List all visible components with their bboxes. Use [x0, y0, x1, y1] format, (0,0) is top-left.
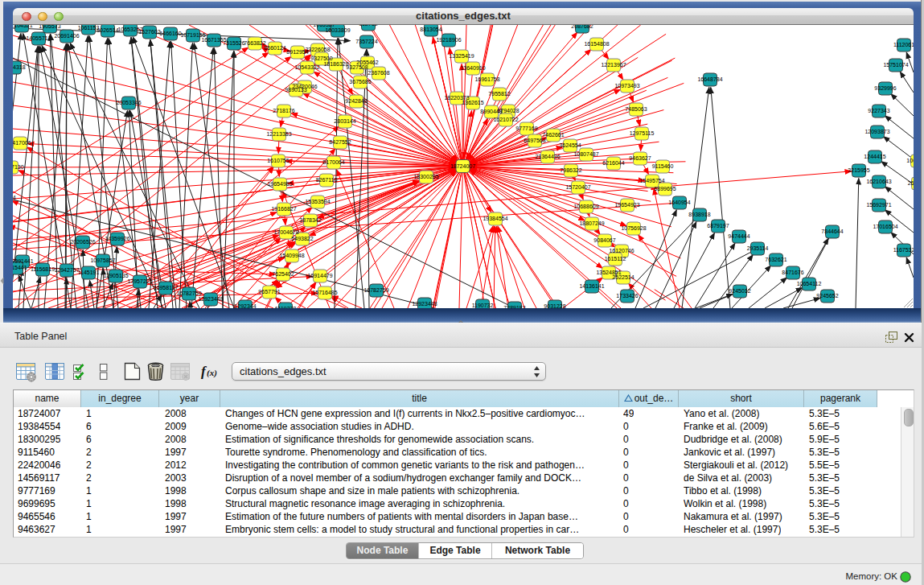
- svg-text:16914479: 16914479: [307, 273, 332, 278]
- svg-text:21364436: 21364436: [535, 154, 560, 159]
- svg-text:19654923: 19654923: [614, 202, 639, 208]
- svg-text:3915441: 3915441: [13, 265, 27, 270]
- svg-text:3624554: 3624554: [559, 142, 581, 148]
- svg-text:8170064: 8170064: [322, 159, 344, 165]
- svg-text:23226058: 23226058: [305, 47, 330, 52]
- svg-text:8660124: 8660124: [264, 45, 285, 51]
- svg-text:1244415: 1244415: [864, 154, 885, 159]
- svg-text:18300295: 18300295: [413, 174, 438, 179]
- svg-text:6879197: 6879197: [707, 223, 729, 229]
- svg-text:7986322: 7986322: [560, 167, 581, 173]
- svg-text:6119278: 6119278: [275, 306, 297, 308]
- svg-text:18186328: 18186328: [323, 61, 348, 67]
- svg-text:9329996: 9329996: [874, 85, 896, 91]
- svg-text:7357224: 7357224: [355, 39, 377, 44]
- svg-text:12905135: 12905135: [103, 273, 128, 278]
- svg-text:12975115: 12975115: [630, 130, 655, 136]
- svg-text:8471676: 8471676: [782, 270, 803, 275]
- svg-text:8938918: 8938918: [688, 212, 710, 217]
- svg-text:6466160: 6466160: [159, 31, 181, 36]
- svg-text:9084067: 9084067: [593, 237, 615, 243]
- svg-text:13267130: 13267130: [13, 164, 24, 170]
- svg-text:19218906: 19218906: [436, 37, 461, 43]
- svg-text:17004678: 17004678: [273, 229, 298, 235]
- svg-text:2087682: 2087682: [571, 25, 593, 29]
- svg-text:5493822: 5493822: [291, 236, 313, 241]
- svg-text:7844644: 7844644: [821, 229, 843, 234]
- svg-text:2641120: 2641120: [908, 180, 914, 186]
- svg-text:1190732: 1190732: [472, 303, 494, 308]
- svg-text:15692971: 15692971: [866, 202, 891, 208]
- svg-text:7663822: 7663822: [244, 40, 265, 46]
- svg-text:9242848: 9242848: [345, 98, 367, 104]
- svg-text:16958117: 16958117: [154, 285, 179, 290]
- svg-text:9391441: 9391441: [13, 258, 34, 264]
- svg-text:1527602: 1527602: [138, 29, 160, 35]
- svg-text:7462661: 7462661: [542, 132, 564, 138]
- svg-text:1362615: 1362615: [462, 100, 483, 105]
- svg-text:12093873: 12093873: [864, 129, 889, 134]
- svg-text:1610755: 1610755: [267, 158, 289, 163]
- svg-text:1905573: 1905573: [39, 25, 60, 29]
- svg-text:13640910: 13640910: [460, 65, 485, 71]
- svg-text:16210643: 16210643: [866, 179, 891, 184]
- svg-text:10973493: 10973493: [614, 83, 639, 89]
- svg-text:20691406: 20691406: [54, 33, 79, 39]
- svg-text:10756928: 10756928: [621, 225, 646, 231]
- svg-text:6497568: 6497568: [524, 138, 545, 143]
- svg-text:9474444: 9474444: [728, 233, 749, 239]
- svg-text:8267110: 8267110: [316, 177, 338, 183]
- svg-text:18220373: 18220373: [444, 95, 469, 101]
- svg-text:7485063: 7485063: [625, 106, 647, 112]
- svg-text:19384554: 19384554: [483, 216, 507, 221]
- svg-text:15495754: 15495754: [639, 178, 664, 183]
- svg-text:13325419: 13325419: [449, 53, 474, 59]
- svg-text:19166827: 19166827: [271, 206, 296, 212]
- svg-text:10807487: 10807487: [573, 151, 598, 157]
- svg-text:18724007: 18724007: [450, 163, 475, 169]
- svg-text:6216044: 6216044: [602, 160, 624, 166]
- svg-text:3878342: 3878342: [299, 217, 321, 223]
- svg-text:10654112: 10654112: [797, 281, 822, 286]
- svg-text:1615112: 1615112: [605, 256, 626, 262]
- svg-text:9657791: 9657791: [258, 289, 280, 295]
- svg-text:16210722: 16210722: [493, 117, 518, 122]
- svg-text:1292344: 1292344: [234, 303, 256, 308]
- svg-text:20053346: 20053346: [116, 100, 141, 105]
- svg-text:9245012: 9245012: [729, 288, 750, 294]
- svg-text:14359926: 14359926: [105, 236, 129, 241]
- svg-text:9026514: 9026514: [97, 27, 118, 33]
- svg-text:18807249: 18807249: [579, 220, 604, 226]
- svg-text:2935114: 2935114: [747, 245, 769, 251]
- svg-text:9327508: 9327508: [346, 64, 368, 70]
- svg-text:11156819: 11156819: [31, 266, 55, 272]
- svg-text:12923448: 12923448: [412, 301, 437, 307]
- svg-text:7632621: 7632621: [765, 257, 786, 262]
- svg-text:1640954: 1640954: [668, 200, 690, 205]
- svg-text:8535944: 8535944: [13, 195, 16, 200]
- svg-text:9463627: 9463627: [629, 155, 651, 161]
- svg-text:16648784: 16648784: [697, 76, 722, 82]
- svg-text:2104521: 2104521: [13, 25, 33, 28]
- svg-text:7625402: 7625402: [272, 271, 294, 277]
- svg-text:1112061: 1112061: [893, 42, 914, 47]
- svg-text:16961758: 16961758: [474, 76, 499, 82]
- svg-text:9245652: 9245652: [816, 293, 838, 299]
- svg-text:2367608: 2367608: [368, 70, 389, 76]
- svg-text:9227343: 9227343: [868, 108, 889, 113]
- svg-text:6899695: 6899695: [654, 186, 676, 192]
- svg-text:15751074: 15751074: [883, 62, 908, 68]
- svg-text:19654985: 19654985: [267, 181, 292, 187]
- svg-text:16782759: 16782759: [363, 287, 388, 293]
- svg-text:17016504: 17016504: [873, 224, 897, 229]
- svg-text:8813054: 8813054: [420, 27, 441, 32]
- svg-text:12942757: 12942757: [54, 267, 79, 273]
- svg-text:16120746: 16120746: [609, 248, 634, 253]
- svg-text:7955812: 7955812: [488, 91, 510, 97]
- svg-text:7289183: 7289183: [503, 305, 525, 308]
- svg-text:1002545: 1002545: [906, 158, 914, 163]
- svg-text:15353594: 15353594: [305, 199, 330, 204]
- svg-text:2522514: 2522514: [612, 274, 634, 280]
- svg-text:1145191: 1145191: [78, 270, 100, 275]
- svg-text:15720407: 15720407: [565, 184, 590, 190]
